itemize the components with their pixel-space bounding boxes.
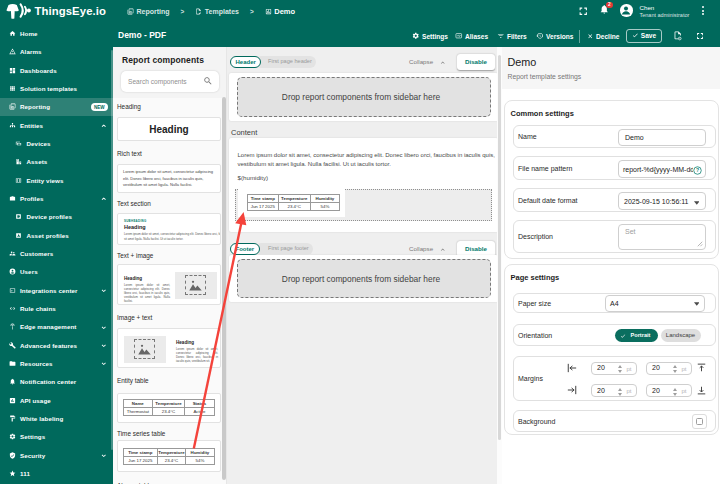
svg-text:?: ? [695,167,698,173]
